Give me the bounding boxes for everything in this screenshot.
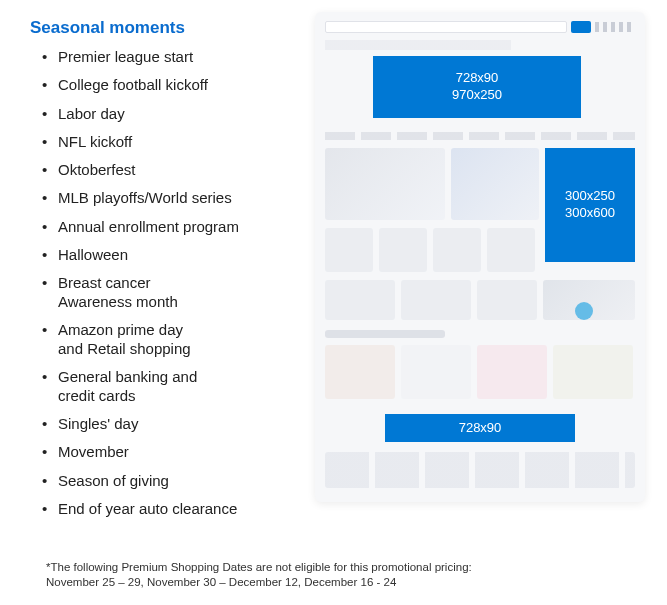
- list-item: Breast cancerAwareness month: [42, 274, 295, 312]
- content-placeholder: [325, 228, 373, 272]
- webpage-mockup: 728x90 970x250 300x250 300x600 728x90: [315, 12, 645, 502]
- list-item: Halloween: [42, 246, 295, 265]
- list-item-text: MLB playoffs/World series: [58, 189, 232, 206]
- list-item-text: College football kickoff: [58, 76, 208, 93]
- list-item: Movember: [42, 443, 295, 462]
- ad-size-label: 300x600: [565, 205, 615, 222]
- ad-size-label: 728x90: [456, 70, 499, 87]
- content-placeholder: [325, 345, 395, 399]
- list-item: General banking andcredit cards: [42, 368, 295, 406]
- content-placeholder: [477, 280, 537, 320]
- content-placeholder: [401, 280, 471, 320]
- footnote: *The following Premium Shopping Dates ar…: [46, 560, 472, 591]
- list-item-text: Awareness month: [58, 293, 178, 310]
- ad-slot-side: 300x250 300x600: [545, 148, 635, 262]
- content-placeholder: [401, 345, 471, 399]
- list-item-text: General banking and: [58, 368, 197, 385]
- list-item-text: Amazon prime day: [58, 321, 183, 338]
- content-placeholder: [379, 228, 427, 272]
- list-item-text: NFL kickoff: [58, 133, 132, 150]
- list-item: Annual enrollment program: [42, 218, 295, 237]
- mockup-nav: [325, 40, 635, 50]
- content-placeholder: [575, 302, 593, 320]
- section-title: Seasonal moments: [30, 18, 295, 38]
- mockup-subnav: [325, 132, 635, 140]
- content-placeholder: [553, 345, 633, 399]
- list-item-text: Singles' day: [58, 415, 138, 432]
- list-item: End of year auto clearance: [42, 500, 295, 519]
- list-item: College football kickoff: [42, 76, 295, 95]
- moments-list: Premier league startCollege football kic…: [30, 48, 295, 519]
- list-item-text: Oktoberfest: [58, 161, 136, 178]
- content-placeholder: [325, 330, 445, 338]
- list-item: Premier league start: [42, 48, 295, 67]
- list-item-text: Premier league start: [58, 48, 193, 65]
- list-item: Amazon prime dayand Retail shopping: [42, 321, 295, 359]
- list-item-text: Halloween: [58, 246, 128, 263]
- ad-slot-top: 728x90 970x250: [373, 56, 581, 118]
- content-placeholder: [451, 148, 539, 220]
- ad-slot-bottom: 728x90: [385, 414, 575, 442]
- ad-size-label: 728x90: [459, 420, 502, 437]
- search-button: [571, 21, 591, 33]
- list-item-text: Breast cancer: [58, 274, 151, 291]
- left-column: Seasonal moments Premier league startCol…: [30, 18, 295, 528]
- content-placeholder: [477, 345, 547, 399]
- list-item: Season of giving: [42, 472, 295, 491]
- list-item-text: credit cards: [58, 387, 136, 404]
- list-item-text: Season of giving: [58, 472, 169, 489]
- content-placeholder: [325, 148, 445, 220]
- list-item-text: and Retail shopping: [58, 340, 191, 357]
- ad-size-label: 300x250: [565, 188, 615, 205]
- footnote-line: *The following Premium Shopping Dates ar…: [46, 560, 472, 576]
- list-item: Singles' day: [42, 415, 295, 434]
- header-icons: [595, 22, 635, 32]
- list-item: Labor day: [42, 105, 295, 124]
- mockup-topbar: [325, 20, 635, 34]
- content-placeholder: [325, 452, 635, 488]
- list-item-text: Labor day: [58, 105, 125, 122]
- list-item: MLB playoffs/World series: [42, 189, 295, 208]
- list-item-text: End of year auto clearance: [58, 500, 237, 517]
- list-item-text: Annual enrollment program: [58, 218, 239, 235]
- footnote-line: November 25 – 29, November 30 – December…: [46, 575, 472, 591]
- list-item-text: Movember: [58, 443, 129, 460]
- search-input: [325, 21, 567, 33]
- ad-size-label: 970x250: [452, 87, 502, 104]
- list-item: NFL kickoff: [42, 133, 295, 152]
- content-placeholder: [325, 280, 395, 320]
- list-item: Oktoberfest: [42, 161, 295, 180]
- content-placeholder: [433, 228, 481, 272]
- content-placeholder: [487, 228, 535, 272]
